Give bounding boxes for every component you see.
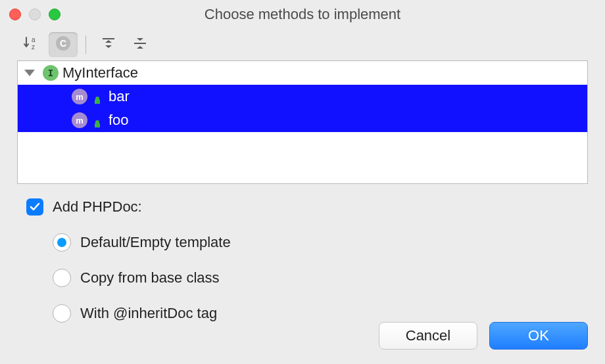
show-classes-button[interactable]: C xyxy=(49,32,78,57)
svg-text:z: z xyxy=(32,43,35,51)
sort-alpha-button[interactable]: a z xyxy=(17,32,46,57)
radio-inheritdoc[interactable] xyxy=(53,304,71,323)
ok-button[interactable]: OK xyxy=(489,322,588,350)
visibility-public-icon xyxy=(93,92,102,101)
method-icon: m xyxy=(72,112,87,128)
phpdoc-radio-group: Default/Empty template Copy from base cl… xyxy=(26,225,579,331)
cancel-button-label: Cancel xyxy=(406,327,450,344)
check-icon xyxy=(29,201,41,213)
sort-az-icon: a z xyxy=(23,35,40,55)
interface-icon: I xyxy=(43,65,59,81)
collapse-all-icon xyxy=(132,36,148,54)
class-icon: C xyxy=(55,35,71,55)
collapse-arrow-icon[interactable] xyxy=(24,70,35,76)
ok-button-label: OK xyxy=(528,327,549,344)
dialog-footer: Cancel OK xyxy=(379,322,588,350)
tree-method-row[interactable]: m bar xyxy=(18,85,587,108)
options-panel: Add PHPDoc: Default/Empty template Copy … xyxy=(0,184,605,331)
cancel-button[interactable]: Cancel xyxy=(379,322,477,350)
method-tree[interactable]: I MyInterface m bar m foo xyxy=(17,60,588,184)
svg-text:a: a xyxy=(32,36,36,43)
dialog-title: Choose methods to implement xyxy=(0,6,605,23)
expand-all-icon xyxy=(101,36,116,54)
radio-copy-base[interactable] xyxy=(53,269,71,287)
tree-root-row[interactable]: I MyInterface xyxy=(18,61,587,85)
tree-method-label: foo xyxy=(109,112,129,129)
titlebar: Choose methods to implement xyxy=(0,0,605,29)
toolbar-divider xyxy=(85,35,86,54)
radio-inheritdoc-label: With @inheritDoc tag xyxy=(80,305,217,322)
visibility-public-icon xyxy=(93,116,102,125)
collapse-all-button[interactable] xyxy=(126,32,155,57)
tree-method-label: bar xyxy=(109,88,130,105)
tree-method-row[interactable]: m foo xyxy=(18,108,587,132)
toolbar: a z C xyxy=(0,29,605,60)
svg-text:C: C xyxy=(60,38,66,49)
add-phpdoc-checkbox[interactable] xyxy=(26,198,43,216)
method-icon: m xyxy=(72,89,87,104)
expand-all-button[interactable] xyxy=(94,32,123,57)
radio-copy-label: Copy from base class xyxy=(80,269,220,286)
radio-default-label: Default/Empty template xyxy=(80,234,231,251)
tree-root-label: MyInterface xyxy=(62,64,138,81)
add-phpdoc-label: Add PHPDoc: xyxy=(53,198,142,216)
radio-default-template[interactable] xyxy=(53,233,71,252)
